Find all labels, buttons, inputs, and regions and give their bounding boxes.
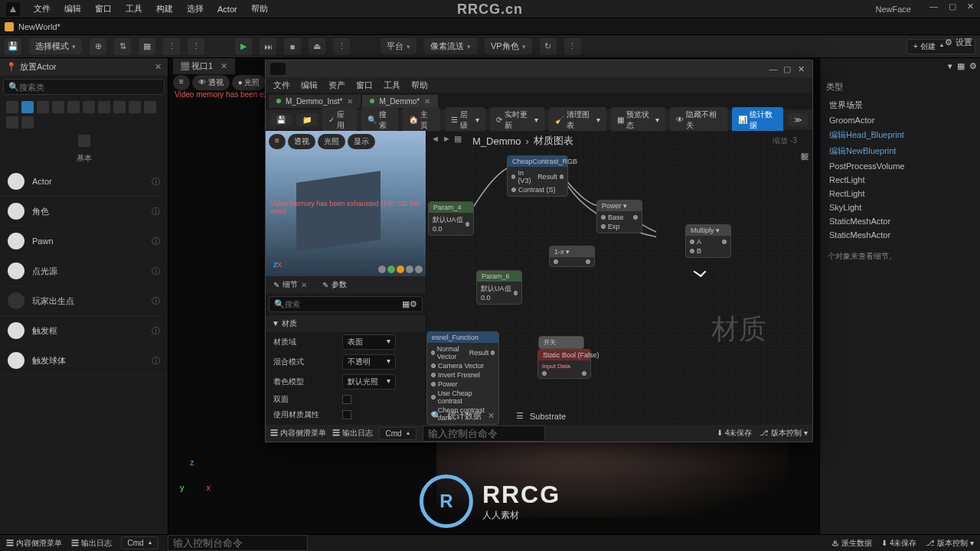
step-icon[interactable]: ⏭ [260,38,276,55]
cmd-input[interactable] [168,535,308,551]
menu-file[interactable]: 文件 [34,3,51,15]
actor-item[interactable]: 触发球体ⓘ [0,346,168,376]
search-icon[interactable]: 🔍 [431,411,442,421]
stats-btn[interactable]: 📊统计数据 [732,107,783,133]
maximize-icon[interactable]: ▢ [780,63,794,75]
play-icon[interactable]: ▶ [235,38,252,55]
params-tab[interactable]: ✎ 参数 [315,276,354,293]
outliner-item[interactable]: PostProcessVolume [820,159,980,173]
filter-recent-icon[interactable] [6,101,18,113]
mode-dropdown[interactable]: 选择模式 [29,38,82,54]
marketplace-icon[interactable]: ⇅ [114,38,131,55]
derived-data-btn[interactable]: ♨ 派生数据 [831,538,872,549]
log-btn[interactable]: ☰ 输出日志 [332,428,373,439]
minimize-icon[interactable]: — [766,63,780,75]
actor-item[interactable]: Actorⓘ [0,167,168,197]
filter-grid-icon[interactable] [78,135,90,147]
node-param6[interactable]: Param_6 默认UA值 0.0 [476,270,522,305]
outliner-item[interactable]: RectLight [820,173,980,187]
me-tab[interactable]: M_Demmo_Inst*✕ [269,95,361,108]
streaming-dropdown[interactable]: 像素流送 [424,38,477,54]
actor-item[interactable]: Pawnⓘ [0,227,168,256]
filter-basic-icon[interactable] [21,101,34,113]
node-power[interactable]: Power ▾ Base Exp [596,200,642,233]
platform-dropdown[interactable]: 平台 [381,38,416,54]
cinematics-icon[interactable]: ▦ [139,38,155,55]
filter-a-icon[interactable] [129,101,141,113]
me-menu-window[interactable]: 窗口 [356,80,373,91]
node-param4[interactable]: Param_4 默认UA值 0.0 [428,201,474,236]
actor-item[interactable]: 角色ⓘ [0,197,168,227]
breadcrumb-root[interactable]: M_Demmo [472,135,521,147]
me-menu-tools[interactable]: 工具 [384,80,400,91]
filter-shapes-icon[interactable] [52,101,64,113]
details-tab[interactable]: ✎ 细节 ✕ [266,276,315,293]
menu-tools[interactable]: 工具 [126,3,142,15]
node-switch[interactable]: 开关 [538,336,584,349]
filter-vol-icon[interactable] [98,101,110,113]
close-icon[interactable]: ✕ [424,97,430,106]
sequencer-icon[interactable]: ⋮ [163,38,180,55]
info-icon[interactable]: ⓘ [152,295,160,307]
vc-btn[interactable]: ⎇ 版本控制 ▾ [760,428,808,439]
filter-c-icon[interactable] [6,116,18,129]
save-icon[interactable]: 💾 [270,113,292,126]
place-actors-tab[interactable]: 📍 放置Actor✕ [0,58,168,76]
outliner-item[interactable]: StaticMeshActor [820,214,980,228]
stop-icon[interactable]: ■ [284,38,301,55]
nav-fwd-icon[interactable]: ► [443,134,451,144]
actor-item[interactable]: 玩家出生点ⓘ [0,286,168,316]
me-tab[interactable]: M_Demmo*✕ [362,95,438,108]
drawer-btn[interactable]: ☰ 内容侧滑菜单 [6,538,62,549]
filter-lights-icon[interactable] [37,101,49,113]
material-graph[interactable]: ◄ ► ▦ M_Demmo › 材质图表 缩放 -3 控制板 [426,131,812,425]
filter-all-icon[interactable] [113,101,126,113]
clean-btn[interactable]: 🧹清理图表▾ [549,107,606,133]
outliner-item[interactable]: GroomActor [820,113,980,127]
vp-lit-btn[interactable]: ● 光照 [232,75,266,90]
menu-build[interactable]: 构建 [156,3,173,15]
unsaved-btn[interactable]: ⬇ 4未保存 [881,538,916,549]
search-box[interactable]: 🔍 [3,79,165,95]
hierarchy-btn[interactable]: ☰层级▾ [445,107,485,133]
me-hamburger-icon[interactable]: ≡ [269,134,286,149]
close-icon[interactable]: ✕ [488,411,495,421]
details-search-input[interactable] [285,299,402,309]
node-cheapcontrast[interactable]: CheapContrast_RGB In (V3)Result Contrast… [507,155,568,197]
dropdown[interactable]: 默认光照▾ [342,374,396,390]
me-show-btn[interactable]: 显示 [348,134,375,149]
me-preview-viewport[interactable]: ≡ 透视 光照 显示 Video memory has been exhaust… [266,131,426,276]
info-icon[interactable]: ⓘ [152,206,160,217]
cube-icon[interactable] [387,266,395,273]
close-icon[interactable]: ✕ [967,2,974,11]
apply-btn[interactable]: ✓应用 [322,107,357,133]
me-menu-help[interactable]: 帮助 [411,80,428,91]
settings-button[interactable]: ⚙ 设置 [945,37,972,48]
info-icon[interactable]: ⓘ [152,176,160,187]
vp-hamburger-icon[interactable]: ≡ [173,75,190,90]
filter-d-icon[interactable] [21,116,34,129]
plane-icon[interactable] [406,266,413,273]
unsaved-btn[interactable]: ⬇ 4未保存 [717,428,752,439]
maximize-icon[interactable]: ▢ [949,2,956,11]
me-lit-btn[interactable]: 光照 [318,134,345,149]
vp-perspective-btn[interactable]: 👁 透视 [192,75,230,90]
search-btn[interactable]: 🔍搜索 [361,107,399,133]
refresh-icon[interactable]: ↻ [540,38,557,55]
dropdown[interactable]: 不透明▾ [342,354,396,370]
info-icon[interactable]: ⓘ [152,236,160,247]
options-icon[interactable]: ⋮ [333,38,350,55]
custom-icon[interactable] [415,266,423,273]
grid-icon[interactable]: ▦ [402,299,410,309]
filter-icon[interactable]: ▦ [957,61,965,75]
grid-icon[interactable]: ▦ [454,134,462,144]
cmd-input[interactable] [423,425,545,442]
info-icon[interactable]: ⓘ [152,266,160,277]
cylinder-icon[interactable] [397,266,404,273]
me-menu-edit[interactable]: 编辑 [301,80,318,91]
dropdown-icon[interactable]: ▾ [948,61,952,75]
add-icon[interactable]: ⊕ [90,38,106,55]
sphere-icon[interactable] [378,266,386,273]
vprole-dropdown[interactable]: VP角色 [485,38,532,54]
menu-edit[interactable]: 编辑 [64,3,81,15]
